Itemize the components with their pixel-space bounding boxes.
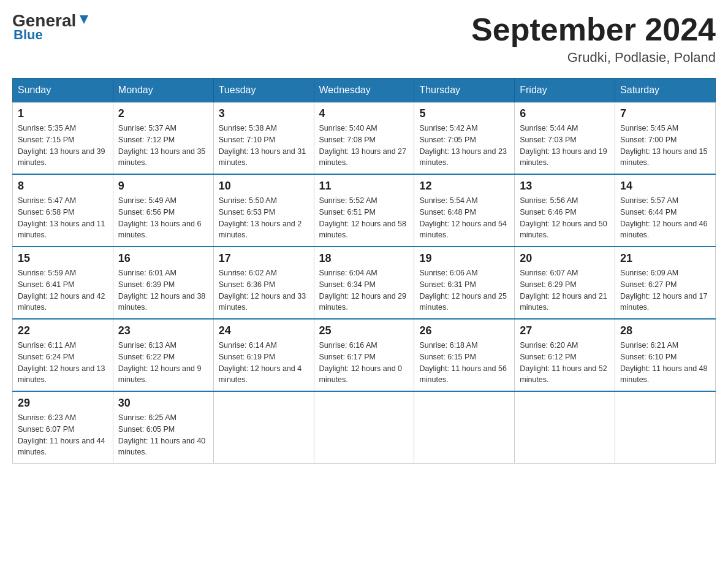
day-number: 10 (219, 180, 309, 193)
day-info: Sunrise: 6:09 AMSunset: 6:27 PMDaylight:… (620, 267, 710, 313)
day-number: 6 (520, 107, 610, 120)
svg-marker-0 (80, 15, 88, 24)
day-number: 25 (319, 324, 409, 337)
day-number: 14 (620, 180, 710, 193)
day-info: Sunrise: 6:04 AMSunset: 6:34 PMDaylight:… (319, 267, 409, 313)
day-number: 3 (219, 107, 309, 120)
day-info: Sunrise: 5:59 AMSunset: 6:41 PMDaylight:… (18, 267, 108, 313)
calendar-cell: 17Sunrise: 6:02 AMSunset: 6:36 PMDayligh… (213, 247, 314, 319)
day-number: 5 (419, 107, 509, 120)
calendar-cell: 20Sunrise: 6:07 AMSunset: 6:29 PMDayligh… (515, 247, 615, 319)
day-number: 11 (319, 180, 409, 193)
calendar-cell: 11Sunrise: 5:52 AMSunset: 6:51 PMDayligh… (314, 174, 414, 247)
calendar-cell: 9Sunrise: 5:49 AMSunset: 6:56 PMDaylight… (113, 174, 213, 247)
day-number: 1 (18, 107, 108, 120)
day-info: Sunrise: 5:38 AMSunset: 7:10 PMDaylight:… (219, 123, 309, 169)
calendar-week-row: 22Sunrise: 6:11 AMSunset: 6:24 PMDayligh… (13, 319, 716, 391)
day-info: Sunrise: 5:40 AMSunset: 7:08 PMDaylight:… (319, 123, 409, 169)
day-info: Sunrise: 6:25 AMSunset: 6:05 PMDaylight:… (118, 412, 208, 458)
day-number: 2 (118, 107, 208, 120)
day-header-saturday: Saturday (615, 79, 716, 102)
day-number: 12 (419, 180, 509, 193)
day-info: Sunrise: 5:50 AMSunset: 6:53 PMDaylight:… (219, 195, 309, 241)
calendar-cell: 7Sunrise: 5:45 AMSunset: 7:00 PMDaylight… (615, 102, 716, 175)
day-header-wednesday: Wednesday (314, 79, 414, 102)
calendar-cell (213, 391, 314, 464)
calendar-cell (314, 391, 414, 464)
day-info: Sunrise: 6:06 AMSunset: 6:31 PMDaylight:… (419, 267, 509, 313)
day-number: 23 (118, 324, 208, 337)
day-number: 30 (118, 397, 208, 410)
calendar-week-row: 15Sunrise: 5:59 AMSunset: 6:41 PMDayligh… (13, 247, 716, 319)
day-number: 28 (620, 324, 710, 337)
calendar-cell: 5Sunrise: 5:42 AMSunset: 7:05 PMDaylight… (414, 102, 515, 175)
day-header-tuesday: Tuesday (213, 79, 314, 102)
day-number: 24 (219, 324, 309, 337)
day-info: Sunrise: 5:49 AMSunset: 6:56 PMDaylight:… (118, 195, 208, 241)
day-number: 27 (520, 324, 610, 337)
calendar-header-row: SundayMondayTuesdayWednesdayThursdayFrid… (13, 79, 716, 102)
location-title: Grudki, Podlasie, Poland (471, 50, 716, 66)
logo-triangle-icon (77, 13, 91, 26)
calendar-cell: 18Sunrise: 6:04 AMSunset: 6:34 PMDayligh… (314, 247, 414, 319)
title-area: September 2024 Grudki, Podlasie, Poland (471, 12, 716, 66)
calendar-cell (515, 391, 615, 464)
day-info: Sunrise: 6:11 AMSunset: 6:24 PMDaylight:… (18, 340, 108, 386)
day-info: Sunrise: 6:23 AMSunset: 6:07 PMDaylight:… (18, 412, 108, 458)
calendar-cell: 23Sunrise: 6:13 AMSunset: 6:22 PMDayligh… (113, 319, 213, 391)
logo-blue-text: Blue (12, 27, 43, 43)
calendar-cell: 4Sunrise: 5:40 AMSunset: 7:08 PMDaylight… (314, 102, 414, 175)
day-number: 29 (18, 397, 108, 410)
calendar-cell: 24Sunrise: 6:14 AMSunset: 6:19 PMDayligh… (213, 319, 314, 391)
calendar-cell: 27Sunrise: 6:20 AMSunset: 6:12 PMDayligh… (515, 319, 615, 391)
day-number: 15 (18, 252, 108, 265)
calendar-cell: 25Sunrise: 6:16 AMSunset: 6:17 PMDayligh… (314, 319, 414, 391)
calendar-week-row: 29Sunrise: 6:23 AMSunset: 6:07 PMDayligh… (13, 391, 716, 464)
calendar-cell: 15Sunrise: 5:59 AMSunset: 6:41 PMDayligh… (13, 247, 113, 319)
day-info: Sunrise: 6:01 AMSunset: 6:39 PMDaylight:… (118, 267, 208, 313)
day-number: 8 (18, 180, 108, 193)
calendar-cell: 28Sunrise: 6:21 AMSunset: 6:10 PMDayligh… (615, 319, 716, 391)
calendar-cell: 22Sunrise: 6:11 AMSunset: 6:24 PMDayligh… (13, 319, 113, 391)
calendar-cell: 2Sunrise: 5:37 AMSunset: 7:12 PMDaylight… (113, 102, 213, 175)
calendar-week-row: 1Sunrise: 5:35 AMSunset: 7:15 PMDaylight… (13, 102, 716, 175)
calendar-cell: 14Sunrise: 5:57 AMSunset: 6:44 PMDayligh… (615, 174, 716, 247)
calendar-cell: 1Sunrise: 5:35 AMSunset: 7:15 PMDaylight… (13, 102, 113, 175)
day-info: Sunrise: 6:02 AMSunset: 6:36 PMDaylight:… (219, 267, 309, 313)
day-info: Sunrise: 6:20 AMSunset: 6:12 PMDaylight:… (520, 340, 610, 386)
day-header-friday: Friday (515, 79, 615, 102)
calendar-cell: 6Sunrise: 5:44 AMSunset: 7:03 PMDaylight… (515, 102, 615, 175)
calendar-cell: 30Sunrise: 6:25 AMSunset: 6:05 PMDayligh… (113, 391, 213, 464)
day-info: Sunrise: 5:45 AMSunset: 7:00 PMDaylight:… (620, 123, 710, 169)
logo: General Blue (12, 12, 91, 43)
day-info: Sunrise: 6:21 AMSunset: 6:10 PMDaylight:… (620, 340, 710, 386)
day-number: 26 (419, 324, 509, 337)
calendar-cell: 29Sunrise: 6:23 AMSunset: 6:07 PMDayligh… (13, 391, 113, 464)
calendar-cell: 26Sunrise: 6:18 AMSunset: 6:15 PMDayligh… (414, 319, 515, 391)
day-info: Sunrise: 6:18 AMSunset: 6:15 PMDaylight:… (419, 340, 509, 386)
day-info: Sunrise: 5:44 AMSunset: 7:03 PMDaylight:… (520, 123, 610, 169)
day-info: Sunrise: 5:52 AMSunset: 6:51 PMDaylight:… (319, 195, 409, 241)
day-number: 21 (620, 252, 710, 265)
page-header: General Blue September 2024 Grudki, Podl… (12, 12, 716, 66)
day-info: Sunrise: 5:56 AMSunset: 6:46 PMDaylight:… (520, 195, 610, 241)
day-info: Sunrise: 5:57 AMSunset: 6:44 PMDaylight:… (620, 195, 710, 241)
day-number: 17 (219, 252, 309, 265)
day-info: Sunrise: 5:42 AMSunset: 7:05 PMDaylight:… (419, 123, 509, 169)
day-number: 22 (18, 324, 108, 337)
day-number: 13 (520, 180, 610, 193)
day-number: 9 (118, 180, 208, 193)
day-info: Sunrise: 6:13 AMSunset: 6:22 PMDaylight:… (118, 340, 208, 386)
calendar-cell (615, 391, 716, 464)
day-header-monday: Monday (113, 79, 213, 102)
day-number: 19 (419, 252, 509, 265)
day-info: Sunrise: 5:35 AMSunset: 7:15 PMDaylight:… (18, 123, 108, 169)
calendar-cell: 21Sunrise: 6:09 AMSunset: 6:27 PMDayligh… (615, 247, 716, 319)
calendar-cell: 8Sunrise: 5:47 AMSunset: 6:58 PMDaylight… (13, 174, 113, 247)
day-number: 4 (319, 107, 409, 120)
day-number: 16 (118, 252, 208, 265)
day-info: Sunrise: 5:54 AMSunset: 6:48 PMDaylight:… (419, 195, 509, 241)
calendar-cell: 13Sunrise: 5:56 AMSunset: 6:46 PMDayligh… (515, 174, 615, 247)
calendar-cell: 3Sunrise: 5:38 AMSunset: 7:10 PMDaylight… (213, 102, 314, 175)
calendar-cell: 16Sunrise: 6:01 AMSunset: 6:39 PMDayligh… (113, 247, 213, 319)
